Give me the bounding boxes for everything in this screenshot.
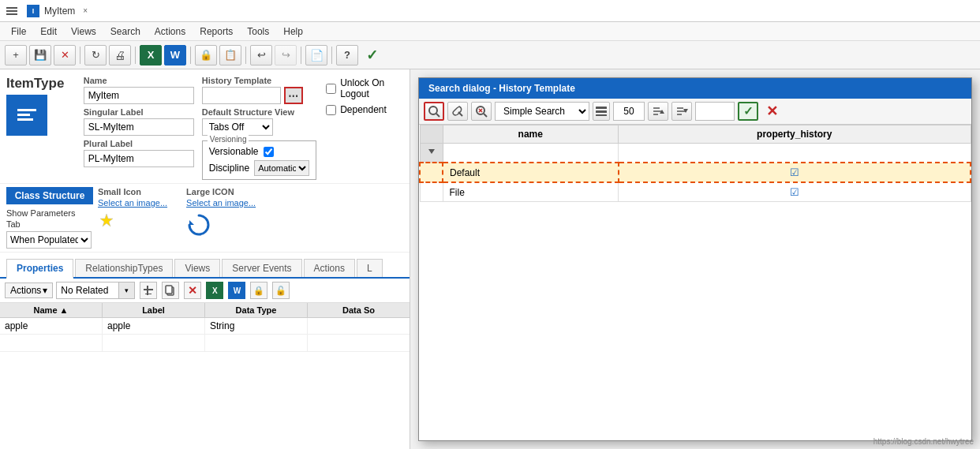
sep4 xyxy=(245,47,246,64)
no-related-dropdown-arrow[interactable]: ▾ xyxy=(119,282,135,299)
unlock-logout-checkbox[interactable] xyxy=(326,84,336,94)
view-toggle-button[interactable] xyxy=(593,102,610,121)
unlock-row-button[interactable]: 🔓 xyxy=(272,282,290,299)
dependent-checkbox[interactable] xyxy=(326,105,336,115)
default-structure-select[interactable]: Tabs Off xyxy=(202,118,273,136)
menu-views[interactable]: Views xyxy=(65,24,103,39)
export-word-button[interactable]: W xyxy=(228,282,245,299)
new-doc-button[interactable]: 📄 xyxy=(305,45,327,65)
tab-server-events[interactable]: Server Events xyxy=(222,259,301,277)
result-count-input[interactable] xyxy=(613,102,645,121)
search-table-header: name property_history xyxy=(420,125,971,144)
large-icon-link[interactable]: Select an image... xyxy=(186,198,256,208)
singular-input[interactable] xyxy=(84,118,194,136)
confirm-button[interactable]: ✓ xyxy=(361,45,383,65)
add-button[interactable]: + xyxy=(5,45,27,65)
versionable-checkbox[interactable] xyxy=(264,147,274,157)
menu-edit[interactable]: Edit xyxy=(34,24,63,39)
excel-button[interactable]: X xyxy=(140,45,162,65)
class-structure-button[interactable]: Class Structure xyxy=(6,187,93,204)
filter-name-cell[interactable] xyxy=(443,144,619,163)
search-clear-icon xyxy=(475,105,488,118)
lock-button[interactable]: 🔒 xyxy=(195,45,217,65)
plural-input[interactable] xyxy=(84,150,194,167)
search-results-body: Default ☑ File ☑ xyxy=(420,144,971,202)
refresh-button[interactable]: ↻ xyxy=(84,45,107,65)
table-row xyxy=(0,335,410,352)
result-history-0: ☑ xyxy=(619,163,971,182)
redo-button[interactable]: ↪ xyxy=(275,45,297,65)
word-button[interactable]: W xyxy=(164,45,186,65)
dialog-cancel-button[interactable]: ✕ xyxy=(761,102,782,121)
tab-close[interactable]: × xyxy=(83,6,88,15)
no-related-input[interactable] xyxy=(56,282,119,299)
tab-views[interactable]: Views xyxy=(174,259,220,277)
tab-properties[interactable]: Properties xyxy=(6,259,73,279)
history-template-browse-button[interactable]: ⋯ xyxy=(284,87,303,104)
row1-arrow-cell xyxy=(420,182,443,202)
title-bar: I MyItem × xyxy=(0,0,980,22)
menu-file[interactable]: File xyxy=(5,24,32,39)
svg-marker-4 xyxy=(100,214,113,226)
lock-row-button[interactable]: 🔒 xyxy=(250,282,267,299)
menu-reports[interactable]: Reports xyxy=(193,24,239,39)
search-result-row-0[interactable]: Default ☑ xyxy=(420,163,971,182)
export-excel-button[interactable]: X xyxy=(206,282,223,299)
search-result-row-1[interactable]: File ☑ xyxy=(420,182,971,202)
show-params-select[interactable]: When Populated xyxy=(6,231,92,249)
search-config-button[interactable] xyxy=(447,102,468,121)
menu-tools[interactable]: Tools xyxy=(241,24,275,39)
col-datatype: Data Type xyxy=(205,303,308,317)
plural-label-group: Plural Label xyxy=(84,139,194,180)
discipline-row: Discipline Automatic xyxy=(209,160,309,176)
selected-arrow-cell xyxy=(420,163,443,182)
list-view-icon xyxy=(595,106,608,117)
result-name-1[interactable]: File xyxy=(443,182,619,202)
hamburger-menu[interactable] xyxy=(6,7,17,15)
help-button[interactable]: ? xyxy=(336,45,358,65)
copy-row-button[interactable] xyxy=(162,282,179,299)
cell-name-1 xyxy=(0,335,103,351)
small-icon-preview xyxy=(98,212,167,232)
small-icon-link[interactable]: Select an image... xyxy=(98,198,167,208)
sort-desc-button[interactable] xyxy=(671,102,692,121)
left-panel: ItemType Name History Templa xyxy=(0,69,410,449)
table-row: apple apple String xyxy=(0,318,410,335)
search-clear-button[interactable] xyxy=(471,102,492,121)
tab-label: MyItem xyxy=(44,6,75,17)
menu-search[interactable]: Search xyxy=(104,24,147,39)
singular-label-group: Singular Label xyxy=(84,107,194,136)
svg-rect-3 xyxy=(17,118,33,121)
discipline-select[interactable]: Automatic xyxy=(254,160,309,176)
itemtype-icon xyxy=(6,95,47,136)
tab-actions[interactable]: Actions xyxy=(304,259,355,277)
search-type-dropdown[interactable]: Simple Search Advanced Search Criteria S… xyxy=(495,102,589,121)
col-name[interactable]: Name ▲ xyxy=(0,303,103,317)
filter-history-cell[interactable] xyxy=(619,144,971,163)
cell-datatype-0: String xyxy=(205,318,308,334)
tab-l[interactable]: L xyxy=(357,259,383,277)
name-input[interactable] xyxy=(84,87,194,104)
search-text-input[interactable] xyxy=(695,102,735,121)
print-button[interactable]: 🖨 xyxy=(109,45,131,65)
default-structure-label: Default Structure View xyxy=(202,107,316,117)
undo-button[interactable]: ↩ xyxy=(250,45,272,65)
no-related-group: ▾ xyxy=(56,282,135,299)
menu-actions[interactable]: Actions xyxy=(148,24,192,39)
add-row-button[interactable] xyxy=(140,282,157,299)
cell-datasource-0 xyxy=(308,318,410,334)
actions-dropdown-button[interactable]: Actions ▾ xyxy=(5,282,53,298)
dependent-label: Dependent xyxy=(340,104,387,115)
save-button[interactable]: 💾 xyxy=(29,45,51,65)
copy-button[interactable]: 📋 xyxy=(219,45,241,65)
right-panel: Search dialog - History Template xyxy=(410,69,980,449)
cancel-button[interactable]: ✕ xyxy=(54,45,76,65)
delete-row-button[interactable]: ✕ xyxy=(184,282,201,299)
search-execute-button[interactable] xyxy=(424,102,444,121)
dialog-confirm-button[interactable]: ✓ xyxy=(738,102,758,121)
history-template-input[interactable] xyxy=(202,87,281,104)
tab-relationship-types[interactable]: RelationshipTypes xyxy=(75,259,173,277)
sort-asc-button[interactable] xyxy=(648,102,668,121)
result-name-0[interactable]: Default xyxy=(443,163,619,182)
menu-help[interactable]: Help xyxy=(277,24,309,39)
